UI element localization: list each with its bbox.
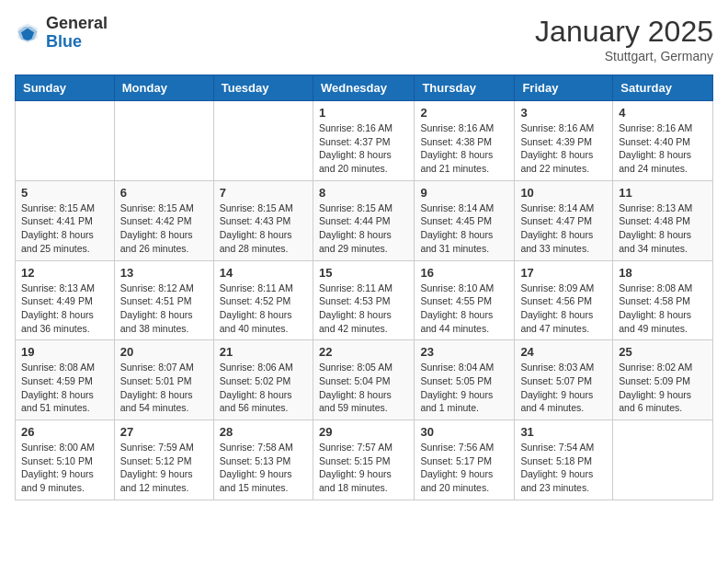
logo-general-text: General bbox=[46, 15, 108, 33]
logo-blue-text: Blue bbox=[46, 33, 108, 52]
day-number: 20 bbox=[120, 345, 208, 359]
calendar-day-8: 8Sunrise: 8:15 AM Sunset: 4:44 PM Daylig… bbox=[313, 180, 414, 260]
day-header-sunday: Sunday bbox=[16, 75, 115, 101]
location-text: Stuttgart, Germany bbox=[535, 49, 713, 63]
day-content: Sunrise: 8:10 AM Sunset: 4:55 PM Dayligh… bbox=[420, 282, 508, 336]
calendar-week-row: 5Sunrise: 8:15 AM Sunset: 4:41 PM Daylig… bbox=[16, 180, 713, 260]
calendar-day-22: 22Sunrise: 8:05 AM Sunset: 5:04 PM Dayli… bbox=[313, 340, 414, 420]
day-number: 17 bbox=[520, 266, 607, 280]
day-number: 24 bbox=[520, 345, 607, 359]
calendar-day-30: 30Sunrise: 7:56 AM Sunset: 5:17 PM Dayli… bbox=[415, 420, 515, 500]
day-number: 4 bbox=[619, 106, 707, 120]
day-content: Sunrise: 8:11 AM Sunset: 4:52 PM Dayligh… bbox=[220, 282, 307, 336]
calendar-week-row: 26Sunrise: 8:00 AM Sunset: 5:10 PM Dayli… bbox=[16, 420, 713, 500]
day-header-friday: Friday bbox=[515, 75, 613, 101]
calendar-day-14: 14Sunrise: 8:11 AM Sunset: 4:52 PM Dayli… bbox=[213, 260, 313, 340]
day-number: 8 bbox=[319, 186, 408, 200]
day-number: 2 bbox=[420, 106, 508, 120]
calendar-day-15: 15Sunrise: 8:11 AM Sunset: 4:53 PM Dayli… bbox=[313, 260, 414, 340]
day-content: Sunrise: 8:14 AM Sunset: 4:45 PM Dayligh… bbox=[420, 201, 508, 256]
calendar-day-10: 10Sunrise: 8:14 AM Sunset: 4:47 PM Dayli… bbox=[515, 180, 613, 260]
day-number: 12 bbox=[21, 266, 108, 280]
day-content: Sunrise: 8:06 AM Sunset: 5:02 PM Dayligh… bbox=[220, 361, 307, 415]
day-number: 5 bbox=[21, 186, 108, 200]
calendar-header-row: SundayMondayTuesdayWednesdayThursdayFrid… bbox=[16, 75, 713, 101]
day-content: Sunrise: 8:08 AM Sunset: 4:58 PM Dayligh… bbox=[619, 282, 707, 336]
page-header: General Blue January 2025 Stuttgart, Ger… bbox=[15, 15, 713, 63]
day-content: Sunrise: 8:15 AM Sunset: 4:42 PM Dayligh… bbox=[120, 201, 208, 256]
day-number: 9 bbox=[420, 186, 508, 200]
day-number: 10 bbox=[520, 186, 607, 200]
day-number: 11 bbox=[619, 186, 707, 200]
calendar-empty-cell bbox=[16, 101, 115, 181]
day-number: 27 bbox=[120, 425, 208, 439]
day-content: Sunrise: 8:16 AM Sunset: 4:40 PM Dayligh… bbox=[619, 121, 707, 176]
calendar-day-17: 17Sunrise: 8:09 AM Sunset: 4:56 PM Dayli… bbox=[515, 260, 613, 340]
calendar-day-21: 21Sunrise: 8:06 AM Sunset: 5:02 PM Dayli… bbox=[213, 340, 313, 420]
logo: General Blue bbox=[15, 15, 108, 52]
day-content: Sunrise: 8:02 AM Sunset: 5:09 PM Dayligh… bbox=[619, 361, 707, 415]
day-content: Sunrise: 8:11 AM Sunset: 4:53 PM Dayligh… bbox=[319, 282, 408, 336]
logo-text: General Blue bbox=[46, 15, 108, 52]
day-content: Sunrise: 8:14 AM Sunset: 4:47 PM Dayligh… bbox=[520, 201, 607, 256]
calendar-day-2: 2Sunrise: 8:16 AM Sunset: 4:38 PM Daylig… bbox=[415, 101, 515, 181]
day-content: Sunrise: 8:07 AM Sunset: 5:01 PM Dayligh… bbox=[120, 361, 208, 415]
day-content: Sunrise: 8:16 AM Sunset: 4:38 PM Dayligh… bbox=[420, 121, 508, 176]
calendar-day-9: 9Sunrise: 8:14 AM Sunset: 4:45 PM Daylig… bbox=[415, 180, 515, 260]
day-content: Sunrise: 8:00 AM Sunset: 5:10 PM Dayligh… bbox=[21, 441, 108, 495]
day-number: 23 bbox=[420, 345, 508, 359]
calendar-week-row: 12Sunrise: 8:13 AM Sunset: 4:49 PM Dayli… bbox=[16, 260, 713, 340]
day-number: 6 bbox=[120, 186, 208, 200]
day-number: 3 bbox=[520, 106, 607, 120]
calendar-empty-cell bbox=[114, 101, 213, 181]
day-number: 19 bbox=[21, 345, 108, 359]
day-number: 30 bbox=[420, 425, 508, 439]
day-number: 26 bbox=[21, 425, 108, 439]
day-content: Sunrise: 8:16 AM Sunset: 4:39 PM Dayligh… bbox=[520, 121, 607, 176]
day-content: Sunrise: 8:08 AM Sunset: 4:59 PM Dayligh… bbox=[21, 361, 108, 415]
calendar-empty-cell bbox=[613, 420, 713, 500]
day-content: Sunrise: 8:15 AM Sunset: 4:43 PM Dayligh… bbox=[220, 201, 307, 256]
calendar-day-31: 31Sunrise: 7:54 AM Sunset: 5:18 PM Dayli… bbox=[515, 420, 613, 500]
calendar-day-28: 28Sunrise: 7:58 AM Sunset: 5:13 PM Dayli… bbox=[213, 420, 313, 500]
day-number: 29 bbox=[319, 425, 408, 439]
calendar-day-5: 5Sunrise: 8:15 AM Sunset: 4:41 PM Daylig… bbox=[16, 180, 115, 260]
day-content: Sunrise: 8:15 AM Sunset: 4:44 PM Dayligh… bbox=[319, 201, 408, 256]
title-block: January 2025 Stuttgart, Germany bbox=[535, 15, 713, 63]
day-content: Sunrise: 8:16 AM Sunset: 4:37 PM Dayligh… bbox=[319, 121, 408, 176]
calendar-day-6: 6Sunrise: 8:15 AM Sunset: 4:42 PM Daylig… bbox=[114, 180, 213, 260]
day-content: Sunrise: 8:15 AM Sunset: 4:41 PM Dayligh… bbox=[21, 201, 108, 256]
day-number: 28 bbox=[220, 425, 307, 439]
day-content: Sunrise: 7:58 AM Sunset: 5:13 PM Dayligh… bbox=[220, 441, 307, 495]
day-number: 16 bbox=[420, 266, 508, 280]
day-number: 21 bbox=[220, 345, 307, 359]
day-number: 15 bbox=[319, 266, 408, 280]
calendar-empty-cell bbox=[213, 101, 313, 181]
calendar-day-26: 26Sunrise: 8:00 AM Sunset: 5:10 PM Dayli… bbox=[16, 420, 115, 500]
calendar-day-23: 23Sunrise: 8:04 AM Sunset: 5:05 PM Dayli… bbox=[415, 340, 515, 420]
day-content: Sunrise: 8:13 AM Sunset: 4:48 PM Dayligh… bbox=[619, 201, 707, 256]
day-number: 1 bbox=[319, 106, 408, 120]
day-header-wednesday: Wednesday bbox=[313, 75, 414, 101]
day-content: Sunrise: 8:04 AM Sunset: 5:05 PM Dayligh… bbox=[420, 361, 508, 415]
calendar-day-3: 3Sunrise: 8:16 AM Sunset: 4:39 PM Daylig… bbox=[515, 101, 613, 181]
calendar-week-row: 19Sunrise: 8:08 AM Sunset: 4:59 PM Dayli… bbox=[16, 340, 713, 420]
day-header-tuesday: Tuesday bbox=[213, 75, 313, 101]
day-content: Sunrise: 7:56 AM Sunset: 5:17 PM Dayligh… bbox=[420, 441, 508, 495]
calendar-day-19: 19Sunrise: 8:08 AM Sunset: 4:59 PM Dayli… bbox=[16, 340, 115, 420]
day-content: Sunrise: 8:05 AM Sunset: 5:04 PM Dayligh… bbox=[319, 361, 408, 415]
calendar-day-13: 13Sunrise: 8:12 AM Sunset: 4:51 PM Dayli… bbox=[114, 260, 213, 340]
logo-icon bbox=[15, 20, 40, 46]
calendar-day-25: 25Sunrise: 8:02 AM Sunset: 5:09 PM Dayli… bbox=[613, 340, 713, 420]
calendar-day-29: 29Sunrise: 7:57 AM Sunset: 5:15 PM Dayli… bbox=[313, 420, 414, 500]
calendar-table: SundayMondayTuesdayWednesdayThursdayFrid… bbox=[15, 75, 713, 500]
day-content: Sunrise: 7:59 AM Sunset: 5:12 PM Dayligh… bbox=[120, 441, 208, 495]
day-content: Sunrise: 8:13 AM Sunset: 4:49 PM Dayligh… bbox=[21, 282, 108, 336]
day-content: Sunrise: 8:12 AM Sunset: 4:51 PM Dayligh… bbox=[120, 282, 208, 336]
month-title: January 2025 bbox=[535, 15, 713, 49]
day-number: 7 bbox=[220, 186, 307, 200]
calendar-week-row: 1Sunrise: 8:16 AM Sunset: 4:37 PM Daylig… bbox=[16, 101, 713, 181]
day-number: 13 bbox=[120, 266, 208, 280]
calendar-day-20: 20Sunrise: 8:07 AM Sunset: 5:01 PM Dayli… bbox=[114, 340, 213, 420]
day-number: 31 bbox=[520, 425, 607, 439]
